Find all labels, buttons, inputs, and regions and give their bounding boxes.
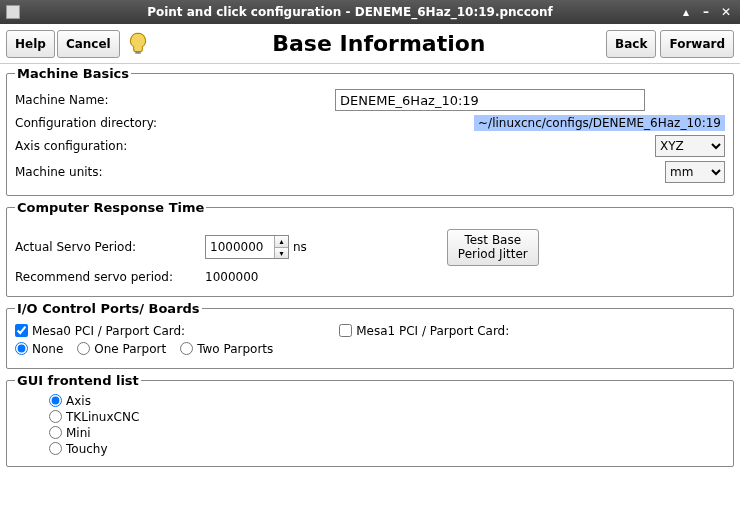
actual-servo-input[interactable] (206, 236, 274, 258)
config-dir-value: ~/linuxcnc/configs/DENEME_6Haz_10:19 (474, 115, 725, 131)
parport-one-radio-wrap[interactable]: One Parport (77, 342, 166, 356)
gui-frontend-legend: GUI frontend list (15, 373, 141, 388)
actual-servo-spinner[interactable]: ▴▾ (205, 235, 289, 259)
gui-tk-radio[interactable] (49, 410, 62, 423)
gui-axis-radio[interactable] (49, 394, 62, 407)
mesa1-checkbox[interactable] (339, 324, 352, 337)
machine-basics-legend: Machine Basics (15, 66, 131, 81)
gui-touchy-radio-wrap[interactable]: Touchy (49, 442, 725, 456)
config-dir-label: Configuration directory: (15, 116, 335, 130)
close-icon[interactable]: ✕ (718, 4, 734, 20)
minimize-icon[interactable]: – (698, 4, 714, 20)
back-button[interactable]: Back (606, 30, 656, 58)
recommend-servo-value: 1000000 (205, 270, 258, 284)
machine-units-select[interactable]: mm (665, 161, 725, 183)
response-time-legend: Computer Response Time (15, 200, 206, 215)
parport-two-radio[interactable] (180, 342, 193, 355)
machine-name-label: Machine Name: (15, 93, 335, 107)
io-ports-legend: I/O Control Ports/ Boards (15, 301, 202, 316)
parport-none-radio[interactable] (15, 342, 28, 355)
machine-units-label: Machine units: (15, 165, 335, 179)
spin-up-icon[interactable]: ▴ (275, 236, 288, 248)
axis-config-label: Axis configuration: (15, 139, 335, 153)
gui-tk-radio-wrap[interactable]: TKLinuxCNC (49, 410, 725, 424)
mesa1-checkbox-wrap[interactable]: Mesa1 PCI / Parport Card: (339, 324, 509, 338)
spin-down-icon[interactable]: ▾ (275, 248, 288, 259)
gui-mini-radio[interactable] (49, 426, 62, 439)
gui-mini-radio-wrap[interactable]: Mini (49, 426, 725, 440)
actual-servo-label: Actual Servo Period: (15, 240, 205, 254)
app-icon (6, 5, 20, 19)
forward-button[interactable]: Forward (660, 30, 734, 58)
toolbar: Help Cancel Base Information Back Forwar… (0, 24, 740, 64)
recommend-servo-label: Recommend servo period: (15, 270, 205, 284)
axis-config-select[interactable]: XYZ (655, 135, 725, 157)
mesa0-checkbox[interactable] (15, 324, 28, 337)
parport-none-radio-wrap[interactable]: None (15, 342, 63, 356)
gui-axis-radio-wrap[interactable]: Axis (49, 394, 725, 408)
parport-one-radio[interactable] (77, 342, 90, 355)
title-bar: Point and click configuration - DENEME_6… (0, 0, 740, 24)
machine-basics-group: Machine Basics Machine Name: Configurati… (6, 66, 734, 196)
window-title: Point and click configuration - DENEME_6… (26, 5, 674, 19)
response-time-group: Computer Response Time Actual Servo Peri… (6, 200, 734, 297)
lightbulb-icon (124, 30, 152, 58)
actual-servo-unit: ns (293, 240, 307, 254)
gui-frontend-group: GUI frontend list Axis TKLinuxCNC Mini T… (6, 373, 734, 467)
gui-touchy-radio[interactable] (49, 442, 62, 455)
machine-name-input[interactable] (335, 89, 645, 111)
page-title: Base Information (152, 31, 606, 56)
rollup-icon[interactable]: ▴ (678, 4, 694, 20)
mesa0-checkbox-wrap[interactable]: Mesa0 PCI / Parport Card: (15, 324, 185, 338)
parport-two-radio-wrap[interactable]: Two Parports (180, 342, 273, 356)
help-button[interactable]: Help (6, 30, 55, 58)
io-ports-group: I/O Control Ports/ Boards Mesa0 PCI / Pa… (6, 301, 734, 369)
test-jitter-button[interactable]: Test Base Period Jitter (447, 229, 539, 266)
cancel-button[interactable]: Cancel (57, 30, 120, 58)
svg-rect-0 (135, 51, 140, 53)
